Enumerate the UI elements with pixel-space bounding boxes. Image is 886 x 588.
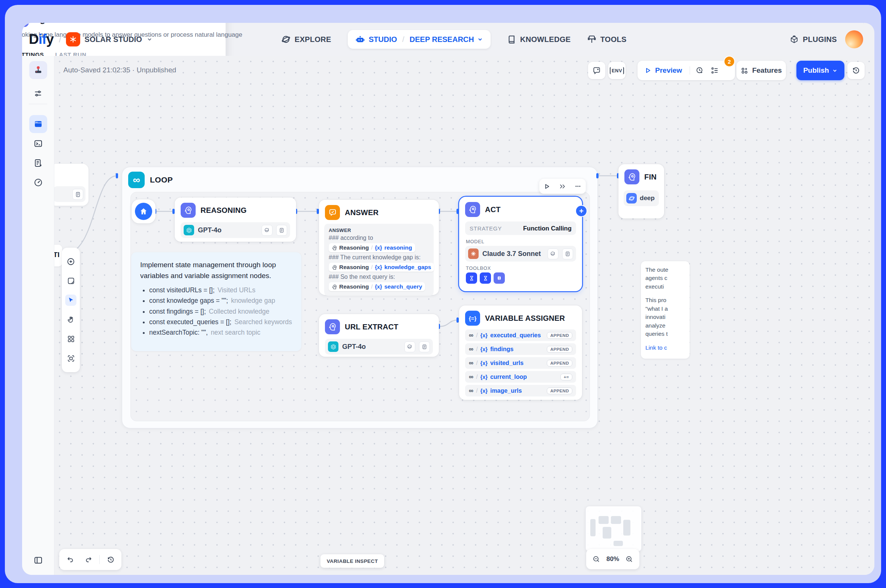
window-icon: [34, 120, 43, 129]
nav-studio[interactable]: STUDIO: [355, 34, 397, 44]
node-title: REASONING: [201, 206, 247, 215]
dify-logo[interactable]: Dify: [29, 32, 54, 47]
features-button[interactable]: Features: [736, 61, 786, 80]
variable-token[interactable]: Reasoning /{x} search_query: [329, 282, 425, 291]
note-link[interactable]: Link to c: [645, 344, 685, 352]
node-title-fragment: FIN: [644, 173, 657, 182]
brain-icon: [325, 319, 340, 334]
operation-badge: +=: [560, 374, 572, 380]
node-url-extract[interactable]: URL EXTRACT GPT-4o: [319, 314, 439, 357]
add-next-node-button[interactable]: +: [576, 206, 586, 216]
top-navbar: Dify / SOLAR STUDIO EXPLORE STUDIO /: [22, 23, 874, 56]
annotation-button[interactable]: [588, 62, 605, 79]
run-all-button[interactable]: [556, 180, 568, 192]
collapse-sidebar-button[interactable]: [31, 553, 46, 568]
workflow-note-clipped[interactable]: The oute agents c executi This pro "what…: [641, 261, 690, 358]
nav-knowledge[interactable]: KNOWLEDGE: [507, 35, 571, 44]
node-act[interactable]: ACT STRATEGY Function Calling MODEL Clau…: [459, 197, 582, 291]
joystick-icon: [33, 65, 43, 75]
fit-view-button[interactable]: [65, 352, 76, 364]
loop-icon: ∞: [128, 172, 145, 188]
home-icon: [135, 203, 152, 220]
nav-explore[interactable]: EXPLORE: [282, 35, 331, 44]
variable-assigner-icon: {=}: [465, 310, 480, 326]
minimap[interactable]: [585, 506, 642, 552]
left-sidebar: [22, 56, 54, 575]
checklist-button[interactable]: [707, 63, 722, 78]
planet-icon: [626, 193, 637, 204]
app-settings-icon[interactable]: [29, 84, 47, 102]
sidebar-item-terminal[interactable]: [29, 135, 47, 153]
add-node-button[interactable]: [65, 256, 76, 267]
assignment-row[interactable]: ∞/ {x}image_urls APPEND: [465, 385, 576, 396]
variable-token[interactable]: Reasoning /{x} knowledge_gaps: [329, 263, 434, 272]
sidebar-item-monitoring[interactable]: [29, 174, 47, 192]
zoom-in-icon[interactable]: [622, 552, 637, 567]
nav-plugins[interactable]: PLUGINS: [790, 35, 837, 44]
sidebar-item-orchestrate[interactable]: [29, 115, 47, 133]
version-history-button[interactable]: [847, 62, 865, 79]
operation-badge: APPEND: [547, 387, 572, 394]
workspace-switcher[interactable]: SOLAR STUDIO: [66, 32, 153, 46]
answer-icon: [325, 205, 340, 220]
node-run-toolbar: [539, 179, 586, 194]
publish-button[interactable]: Publish: [796, 61, 844, 80]
toolbox-label: TOOLBOX: [466, 266, 575, 271]
sidebar-item-logs[interactable]: [29, 154, 47, 172]
openai-icon: [184, 225, 194, 236]
run-history-button[interactable]: [692, 63, 707, 78]
hand-mode-button[interactable]: [65, 314, 76, 325]
nav-tools[interactable]: TOOLS: [587, 35, 627, 44]
operation-badge: APPEND: [547, 332, 572, 339]
undo-button[interactable]: [63, 552, 78, 567]
node-variable-assigner[interactable]: {=} VARIABLE ASSIGNER ∞/ {x}executed_que…: [459, 305, 582, 400]
nav-deep-research[interactable]: DEEP RESEARCH: [410, 35, 483, 44]
variable-token[interactable]: Reasoning /{x} reasoning: [329, 243, 415, 252]
node-reasoning[interactable]: REASONING GPT-4o: [175, 198, 296, 242]
app-icon[interactable]: [29, 61, 47, 79]
toolbox-row: [466, 273, 575, 284]
node-answer[interactable]: ANSWER ANSWER ### according to Reasoning…: [319, 200, 439, 295]
explore-icon: [282, 35, 291, 44]
exa-icon: [480, 273, 491, 284]
operation-badge: APPEND: [547, 346, 572, 352]
assignment-row[interactable]: ∞/ {x}current_loop +=: [465, 371, 576, 382]
add-note-button[interactable]: [65, 275, 76, 286]
pointer-mode-button[interactable]: [65, 294, 76, 306]
workflow-note[interactable]: Implement state management through loop …: [131, 252, 301, 351]
node-start[interactable]: [132, 200, 156, 224]
redo-button[interactable]: [81, 552, 96, 567]
assignment-row[interactable]: ∞/ {x}visited_urls APPEND: [465, 357, 576, 369]
change-history-button[interactable]: [103, 552, 118, 567]
canvas-toolbar: [62, 248, 80, 372]
node-title: ACT: [485, 206, 501, 214]
workspace-name: SOLAR STUDIO: [85, 35, 142, 44]
operation-badge: APPEND: [547, 360, 572, 366]
hammer-icon: [587, 35, 596, 44]
exa-icon: [466, 273, 477, 284]
model-row: [53, 186, 85, 202]
model-row[interactable]: GPT-4o: [325, 339, 433, 354]
checklist-count-badge: 2: [724, 56, 735, 67]
environment-variables-button[interactable]: ENV: [608, 62, 625, 79]
variable-inspect-button[interactable]: VARIABLE INSPECT: [321, 554, 384, 568]
model-row[interactable]: GPT-4o: [181, 222, 290, 238]
zoom-out-icon[interactable]: [589, 552, 604, 567]
model-row[interactable]: Claude 3.7 Sonnet: [465, 246, 576, 262]
assignment-row[interactable]: ∞/ {x}executed_queries APPEND: [465, 329, 576, 341]
more-options-button[interactable]: [572, 180, 584, 192]
organize-nodes-button[interactable]: [65, 333, 76, 345]
zoom-level[interactable]: 80%: [606, 555, 619, 563]
node-final[interactable]: FIN deep: [618, 164, 664, 219]
history-controls: [59, 549, 121, 570]
run-node-button[interactable]: [541, 180, 553, 192]
assignment-row[interactable]: ∞/ {x}findings APPEND: [465, 343, 576, 355]
preview-button[interactable]: Preview: [639, 66, 687, 75]
vision-icon: [262, 225, 273, 236]
features-icon: [741, 67, 748, 75]
note-heading: Implement state management through loop …: [140, 260, 292, 281]
node-partial-hidden[interactable]: [50, 164, 88, 206]
answer-template[interactable]: ANSWER ### according to Reasoning /{x} r…: [324, 224, 434, 296]
user-avatar[interactable]: [845, 30, 863, 48]
document-icon: [419, 341, 430, 352]
